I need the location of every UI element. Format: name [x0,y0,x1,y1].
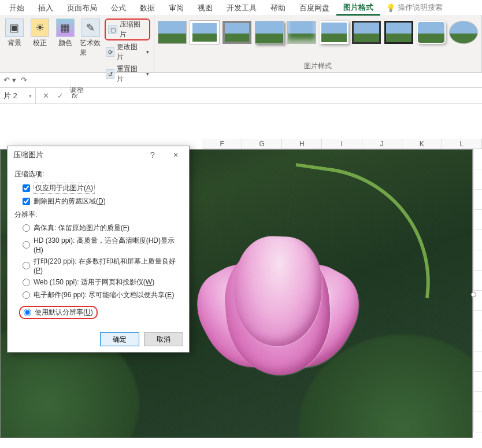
bulb-icon: 💡 [386,3,395,12]
tab-developer[interactable]: 开发工具 [220,1,264,14]
reset-picture-button[interactable]: ↺ 重置图片▾ [105,64,150,84]
reset-icon: ↺ [106,69,114,79]
corrections-icon: ☀ [31,18,49,37]
tab-home[interactable]: 开始 [2,1,31,14]
ok-button[interactable]: 确定 [100,332,139,346]
ribbon-tabstrip: 开始 插入 页面布局 公式 数据 审阅 视图 开发工具 帮助 百度网盘 图片格式… [0,0,482,15]
dialog-help-icon[interactable]: ? [144,150,161,160]
col-J[interactable]: J [362,139,402,149]
group-adjust: ▣ 背景 ☀ 校正 ▦ 颜色 ✎ 艺术效果 ▢ 压缩图片 ⟳ [0,15,154,72]
compress-picture-button[interactable]: ▢ 压缩图片 [105,18,150,40]
accept-formula-icon[interactable]: ✓ [57,91,64,100]
remove-bg-button[interactable]: ▣ 背景 [3,17,25,84]
remove-bg-icon: ▣ [5,18,24,37]
radio-hd[interactable]: HD (330 ppi): 高质量，适合高清晰度(HD)显示(H) [23,236,182,254]
dialog-titlebar[interactable]: 压缩图片 ? × [8,146,189,164]
color-icon: ▦ [56,18,75,37]
tab-help[interactable]: 帮助 [264,1,292,14]
col-K[interactable]: K [402,139,442,149]
chk-delete-crop[interactable]: 删除图片的剪裁区域(D) [23,197,182,206]
tell-me[interactable]: 💡 操作说明搜索 [386,2,443,13]
undo-icon[interactable]: ↶ ▾ [3,76,16,84]
col-H[interactable]: H [282,139,322,149]
change-icon: ⟳ [106,47,114,57]
ribbon: ▣ 背景 ☀ 校正 ▦ 颜色 ✎ 艺术效果 ▢ 压缩图片 ⟳ [0,15,482,73]
radio-hifi[interactable]: 高保真: 保留原始图片的质量(F) [23,223,182,233]
tab-page-layout[interactable]: 页面布局 [60,1,104,14]
tell-me-label: 操作说明搜索 [398,2,443,13]
radio-email[interactable]: 电子邮件(96 ppi): 尽可能缩小文档以便共享(E) [23,290,182,300]
artistic-icon: ✎ [81,18,100,37]
pic-style-5[interactable] [287,21,316,44]
dialog-close-icon[interactable]: × [167,150,184,160]
col-F[interactable]: F [202,139,242,149]
radio-web[interactable]: Web (150 ppi): 适用于网页和投影仪(W) [23,277,182,287]
artistic-button[interactable]: ✎ 艺术效果 [80,17,102,84]
chk-apply-input[interactable] [23,184,30,192]
tab-picture-format[interactable]: 图片格式 [336,0,380,16]
tab-formulas[interactable]: 公式 [104,1,133,14]
radio-default[interactable]: 使用默认分辨率(U) [19,306,98,319]
tab-data[interactable]: 数据 [133,1,162,14]
group-picture-styles: 图片样式 [154,15,482,72]
tab-view[interactable]: 视图 [191,1,220,14]
pic-style-4[interactable] [255,21,284,44]
compress-icon: ▢ [108,25,117,34]
cancel-formula-icon[interactable]: ✕ [43,91,49,100]
pic-style-6[interactable] [320,21,348,44]
corrections-button[interactable]: ☀ 校正 [29,17,51,84]
col-I[interactable]: I [322,139,362,149]
col-L[interactable]: L [442,139,482,149]
grid-right [473,149,482,448]
resolution-label: 分辨率: [14,210,182,220]
compress-options-label: 压缩选项: [14,169,182,179]
col-G[interactable]: G [242,139,282,149]
dialog-title: 压缩图片 [13,150,43,160]
tab-baidu[interactable]: 百度网盘 [292,1,336,14]
fx-icon[interactable]: fx [72,91,77,100]
chk-apply-this-picture[interactable]: 仅应用于此图片(A) [23,183,182,194]
pic-style-7[interactable] [352,21,381,44]
resize-handle[interactable] [471,292,476,297]
chk-crop-input[interactable] [23,198,30,205]
tab-insert[interactable]: 插入 [31,1,60,14]
cancel-button[interactable]: 取消 [144,332,183,346]
radio-print[interactable]: 打印(220 ppi): 在多数打印机和屏幕上质量良好(P) [23,257,182,275]
column-headers: F G H I J K L [202,139,482,149]
pic-style-2[interactable] [190,21,219,44]
pic-style-1[interactable] [158,21,187,44]
tab-review[interactable]: 审阅 [162,1,191,14]
color-button[interactable]: ▦ 颜色 [54,17,76,84]
compress-pictures-dialog: 压缩图片 ? × 压缩选项: 仅应用于此图片(A) 删除图片的剪裁区域(D) 分… [7,146,190,353]
pic-style-10[interactable] [449,21,478,44]
group-styles-label: 图片样式 [158,60,478,72]
pic-style-8[interactable] [384,21,413,44]
pic-style-3[interactable] [223,21,251,44]
redo-icon[interactable]: ↷ [21,76,27,84]
change-picture-button[interactable]: ⟳ 更改图片▾ [105,42,150,62]
pic-style-9[interactable] [417,21,446,44]
name-box[interactable]: 片 2▾ [0,88,36,103]
